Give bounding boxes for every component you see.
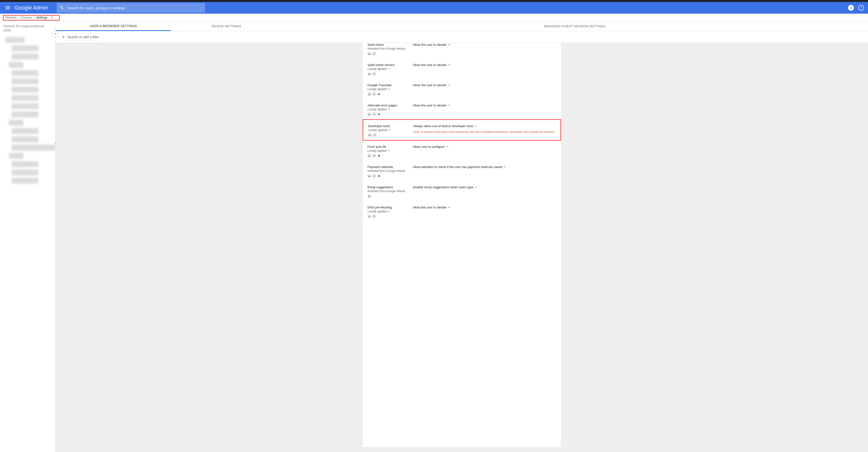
logo-google-text: Google <box>14 5 32 11</box>
platform-icons <box>368 174 411 177</box>
platform-icons <box>368 194 411 198</box>
account-badge[interactable]: 8 <box>848 5 854 11</box>
setting-inheritance[interactable]: Locally applied <box>368 210 411 213</box>
svg-point-23 <box>374 216 375 217</box>
ou-item-redacted[interactable] <box>12 169 38 175</box>
search-input[interactable] <box>67 6 202 10</box>
breadcrumb: Devices › Chrome › Settings <box>0 13 868 22</box>
setting-row-spell-check[interactable]: Spell checkInherited from Google default… <box>363 43 561 59</box>
setting-value-dropdown[interactable]: Allow the user to decide <box>413 205 556 209</box>
svg-point-1 <box>374 53 375 54</box>
ou-item-redacted[interactable] <box>12 54 38 59</box>
ou-item-redacted[interactable] <box>12 45 38 51</box>
setting-value-dropdown[interactable]: Allow user to configure <box>413 145 556 148</box>
setting-row-spell-check-service[interactable]: Spell check serviceLocally applied Allow… <box>363 59 561 79</box>
platform-icons <box>368 215 411 218</box>
setting-value-dropdown[interactable]: Allow the user to decide <box>413 43 556 47</box>
main-content: User & Browser Settings Device Settings … <box>56 22 868 452</box>
logo[interactable]: Google Admin <box>14 5 48 11</box>
ou-item-redacted[interactable] <box>9 120 23 126</box>
header-search[interactable] <box>57 3 205 13</box>
ou-item-redacted[interactable] <box>12 178 38 183</box>
ou-search-placeholder[interactable]: Search for organizational units <box>0 22 55 35</box>
setting-title: Developer tools <box>368 124 411 128</box>
setting-inheritance[interactable]: Locally applied <box>368 108 411 111</box>
ou-item-redacted[interactable] <box>9 62 23 68</box>
filter-label: Search or add a filter <box>67 35 99 39</box>
setting-inheritance: Inherited from Google default <box>368 190 411 193</box>
setting-value-dropdown[interactable]: Disable emoji suggestions when users typ… <box>413 185 556 189</box>
ou-item-redacted[interactable] <box>9 153 23 159</box>
tab-device-settings[interactable]: Device Settings <box>171 22 282 31</box>
svg-point-13 <box>374 135 375 135</box>
sidebar-mid-chevron[interactable]: ‹ <box>55 141 56 145</box>
setting-title: Payment methods <box>368 165 411 169</box>
ou-item-redacted[interactable] <box>12 145 56 150</box>
ou-item-redacted[interactable] <box>12 128 38 134</box>
svg-point-9 <box>374 114 375 115</box>
setting-inheritance: Inherited from Google default <box>368 47 411 50</box>
ou-item-redacted[interactable] <box>12 103 38 109</box>
setting-row-google-translate[interactable]: Google TranslateLocally applied Allow th… <box>363 79 561 99</box>
setting-row-form-auto-fill[interactable]: Form auto-fillLocally applied Allow user… <box>363 141 561 161</box>
chevron-left-icon <box>54 32 57 35</box>
ou-item-redacted[interactable] <box>12 161 38 167</box>
svg-point-3 <box>374 73 375 74</box>
setting-row-alternate-error-pages[interactable]: Alternate error pagesLocally applied All… <box>363 99 561 119</box>
setting-inheritance[interactable]: Locally applied <box>368 149 411 152</box>
header-actions: 8 ? <box>848 5 864 11</box>
ou-item-redacted[interactable] <box>12 70 38 76</box>
setting-value-dropdown[interactable]: Allow the user to decide <box>413 83 556 87</box>
ou-item-redacted[interactable] <box>12 136 38 142</box>
breadcrumb-settings-dropdown[interactable]: Settings <box>34 15 55 20</box>
setting-warning-note: Note: to prevent end-users from tamperin… <box>413 130 556 134</box>
breadcrumb-devices[interactable]: Devices <box>4 16 18 19</box>
platform-icons <box>368 72 411 76</box>
ou-item-redacted[interactable] <box>12 112 38 117</box>
org-unit-list <box>0 37 55 183</box>
tab-managed-guest-session-settings[interactable]: Managed Guest Session Settings <box>282 22 868 31</box>
setting-value-dropdown[interactable]: Allow the user to decide <box>413 63 556 67</box>
setting-value-dropdown[interactable]: Always allow use of built-in developer t… <box>413 124 556 128</box>
ou-item-redacted[interactable] <box>5 37 25 43</box>
setting-row-payment-methods[interactable]: Payment methodsInherited from Google def… <box>363 161 561 181</box>
setting-title: Emoji suggestions <box>368 185 411 189</box>
ou-item-redacted[interactable] <box>12 78 38 84</box>
platform-icons <box>368 113 411 116</box>
settings-scroll[interactable]: Spell checkInherited from Google default… <box>56 43 868 452</box>
setting-title: Alternate error pages <box>368 104 411 107</box>
plus-icon <box>62 35 65 39</box>
platform-icons <box>368 133 411 137</box>
platform-icons <box>368 154 411 157</box>
platform-icons <box>368 92 411 96</box>
platform-icons <box>368 52 411 55</box>
setting-inheritance[interactable]: Locally applied <box>368 87 411 91</box>
collapse-sidebar-button[interactable] <box>52 31 58 37</box>
search-icon <box>60 5 64 10</box>
setting-title: Spell check <box>368 43 411 47</box>
setting-row-dns-pre-fetching[interactable]: DNS pre-fetchingLocally applied Allow th… <box>363 201 561 218</box>
setting-title: Spell check service <box>368 63 411 67</box>
svg-point-19 <box>374 175 375 176</box>
setting-value-dropdown[interactable]: Allow websites to check if the user has … <box>413 165 556 169</box>
settings-tabs: User & Browser Settings Device Settings … <box>56 22 868 31</box>
tab-user-browser-settings[interactable]: User & Browser Settings <box>56 22 171 31</box>
ou-item-redacted[interactable] <box>12 95 38 101</box>
breadcrumb-settings-label: Settings <box>36 16 48 19</box>
setting-title: DNS pre-fetching <box>368 205 411 209</box>
setting-inheritance[interactable]: Locally applied <box>368 128 411 132</box>
add-filter-chip[interactable]: Search or add a filter <box>59 33 103 41</box>
ou-item-redacted[interactable] <box>12 87 38 92</box>
dropdown-arrow-icon <box>51 16 53 19</box>
setting-title: Google Translate <box>368 83 411 87</box>
breadcrumb-chrome[interactable]: Chrome <box>19 16 33 19</box>
menu-button[interactable] <box>4 4 12 12</box>
setting-row-developer-tools[interactable]: Developer toolsLocally applied Always al… <box>363 119 561 141</box>
setting-row-emoji-suggestions[interactable]: Emoji suggestionsInherited from Google d… <box>363 181 561 201</box>
setting-title: Form auto-fill <box>368 145 411 148</box>
setting-inheritance[interactable]: Locally applied <box>368 67 411 70</box>
help-button[interactable]: ? <box>858 5 864 11</box>
setting-value-dropdown[interactable]: Allow the user to decide <box>413 104 556 107</box>
settings-panel: Spell checkInherited from Google default… <box>363 43 561 447</box>
hamburger-icon <box>5 5 11 11</box>
